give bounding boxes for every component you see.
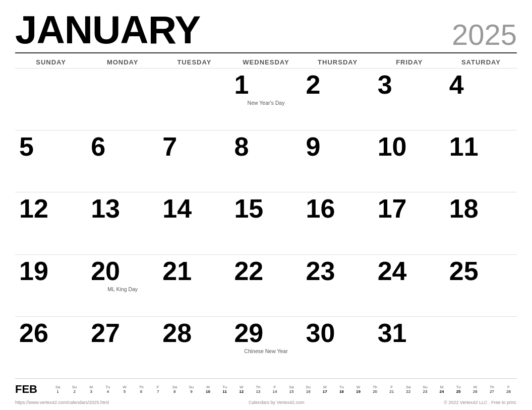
- day-cell: 16: [302, 192, 374, 254]
- mini-header: F: [500, 385, 517, 389]
- mini-header: Tu: [450, 385, 467, 389]
- mini-calendar-section: FEB SaSuMTuWThFSaSuMTuWThFSaSuMTuWThFSaS…: [15, 378, 517, 398]
- calendar-header: JANUARY 2025: [15, 10, 517, 53]
- mini-header: W: [116, 385, 133, 389]
- day-number: 7: [162, 132, 177, 161]
- mini-day-num: 17: [317, 389, 333, 394]
- day-cell: 29Chinese New Year: [230, 317, 302, 378]
- year-title: 2025: [452, 20, 517, 49]
- day-header-tuesday: TUESDAY: [158, 55, 230, 68]
- day-cell: 2: [302, 69, 374, 130]
- day-number: 9: [306, 132, 321, 161]
- mini-header: Su: [300, 385, 317, 389]
- mini-day-num: 3: [83, 389, 99, 394]
- day-cell: 8: [230, 130, 302, 192]
- mini-header: Th: [250, 385, 266, 389]
- day-number: 17: [378, 194, 407, 223]
- day-event: Chinese New Year: [234, 348, 298, 354]
- day-number: 18: [449, 194, 479, 223]
- day-cell: 7: [158, 130, 230, 192]
- day-cell: 5: [15, 130, 87, 192]
- footer: https://www.vertex42.com/calendars/2025.…: [15, 398, 517, 405]
- mini-day-num: 7: [150, 389, 166, 394]
- mini-day-num: 26: [467, 389, 484, 394]
- day-number: 22: [234, 257, 263, 286]
- mini-header: F: [150, 385, 166, 389]
- day-number: 8: [234, 132, 249, 161]
- day-number: 2: [306, 71, 321, 99]
- day-cell: 1New Year's Day: [230, 69, 302, 130]
- mini-day-headers: SaSuMTuWThFSaSuMTuWThFSaSuMTuWThFSaSuMTu…: [49, 385, 517, 389]
- day-cell: 15: [230, 192, 302, 254]
- mini-day-num: 19: [350, 389, 367, 394]
- day-cell: 28: [158, 317, 230, 378]
- day-cell: [158, 69, 230, 130]
- week-row-4: 1920ML King Day2122232425: [15, 254, 517, 316]
- mini-header: F: [383, 385, 400, 389]
- day-cell: 21: [158, 255, 230, 316]
- mini-day-num: 8: [166, 389, 183, 394]
- week-row-3: 12131415161718: [15, 192, 517, 254]
- day-number: 25: [449, 257, 479, 286]
- mini-day-num: 18: [333, 389, 350, 394]
- day-number: 10: [378, 132, 407, 161]
- mini-day-num: 16: [300, 389, 317, 394]
- day-cell: [87, 69, 158, 130]
- week-row-1: 1New Year's Day234: [15, 68, 517, 130]
- day-number: 27: [91, 319, 120, 348]
- weeks-container: 1New Year's Day2345678910111213141516171…: [15, 68, 517, 378]
- mini-day-num: 2: [66, 389, 83, 394]
- month-title: JANUARY: [15, 10, 200, 49]
- day-number: 20: [91, 257, 120, 286]
- mini-header: Su: [66, 385, 83, 389]
- mini-header: Tu: [216, 385, 233, 389]
- day-header-wednesday: WEDNESDAY: [230, 55, 302, 68]
- day-number: 31: [378, 319, 407, 348]
- mini-day-num: 23: [417, 389, 433, 394]
- day-number: 30: [306, 319, 335, 348]
- mini-day-num: 11: [216, 389, 233, 394]
- day-number: 29: [234, 319, 263, 348]
- day-cell: [445, 317, 517, 378]
- calendar-grid: SUNDAYMONDAYTUESDAYWEDNESDAYTHURSDAYFRID…: [15, 55, 517, 378]
- day-number: 23: [306, 257, 335, 286]
- mini-day-num: 10: [200, 389, 216, 394]
- mini-header: Sa: [283, 385, 300, 389]
- day-cell: 30: [302, 317, 374, 378]
- day-event: New Year's Day: [234, 100, 298, 106]
- day-cell: 9: [302, 130, 374, 192]
- day-number: 1: [234, 71, 249, 99]
- day-number: 11: [449, 132, 479, 161]
- day-cell: [15, 69, 87, 130]
- footer-center: Calendars by Vertex42.com: [249, 400, 305, 405]
- mini-day-num: 6: [133, 389, 150, 394]
- day-cell: 18: [445, 192, 517, 254]
- day-cell: 27: [87, 317, 158, 378]
- day-header-sunday: SUNDAY: [15, 55, 87, 68]
- mini-header: Sa: [166, 385, 183, 389]
- mini-month-label: FEB: [15, 383, 45, 396]
- mini-header: Th: [367, 385, 383, 389]
- mini-header: W: [233, 385, 250, 389]
- day-header-friday: FRIDAY: [374, 55, 445, 68]
- day-cell: 17: [374, 192, 445, 254]
- day-cell: 22: [230, 255, 302, 316]
- mini-day-num: 9: [183, 389, 200, 394]
- day-cell: 6: [87, 130, 158, 192]
- day-cell: 24: [374, 255, 445, 316]
- day-number: 26: [19, 319, 48, 348]
- day-number: 16: [306, 194, 335, 223]
- day-number: 3: [378, 71, 392, 99]
- day-number: 12: [19, 194, 48, 223]
- mini-day-num: 24: [433, 389, 450, 394]
- day-cell: 14: [158, 192, 230, 254]
- day-number: 24: [378, 257, 407, 286]
- day-event: ML King Day: [91, 286, 154, 292]
- day-cell: 31: [374, 317, 445, 378]
- mini-day-num: 22: [400, 389, 417, 394]
- day-number: 21: [162, 257, 192, 286]
- mini-day-num: 28: [500, 389, 517, 394]
- mini-header: Su: [417, 385, 433, 389]
- day-cell: 12: [15, 192, 87, 254]
- mini-header: Th: [133, 385, 150, 389]
